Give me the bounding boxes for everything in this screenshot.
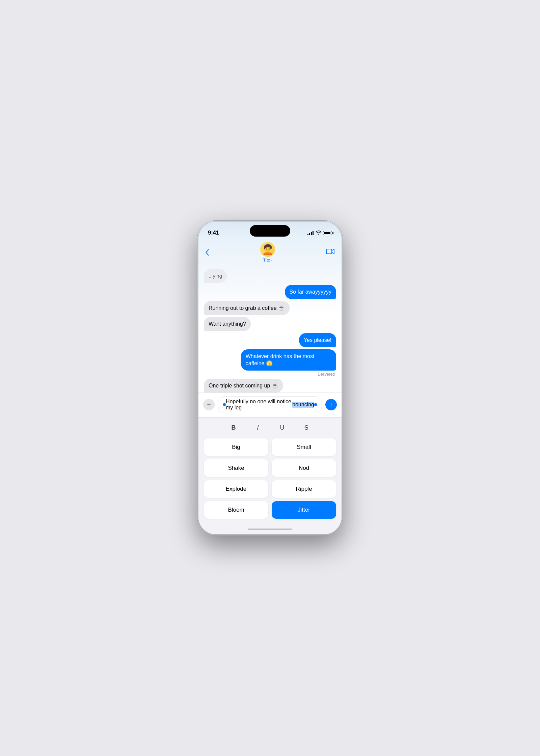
video-call-button[interactable] [326, 248, 335, 256]
home-indicator [198, 524, 342, 534]
selection-handle-start [223, 403, 226, 406]
dynamic-island [250, 225, 290, 237]
message-bubble: Want anything? [204, 317, 251, 331]
message-row: ...ying [204, 269, 336, 283]
nav-bar: 🧑‍🦱 Tito › [198, 239, 342, 266]
animation-shake-button[interactable]: Shake [204, 459, 268, 477]
animation-small-button[interactable]: Small [272, 438, 336, 456]
status-bar: 9:41 [198, 222, 342, 239]
animation-explode-button[interactable]: Explode [204, 480, 268, 498]
message-row: Whatever drink has the most caffeine 🫣 [204, 349, 336, 371]
animation-nod-button[interactable]: Nod [272, 459, 336, 477]
signal-icon [307, 231, 314, 235]
message-row: Running out to grab a coffee ☕ [204, 301, 336, 315]
message-bubble: Whatever drink has the most caffeine 🫣 [241, 349, 336, 371]
animation-grid: Big Small Shake Nod Explode Ripple [198, 436, 342, 524]
strikethrough-button[interactable]: S [300, 422, 313, 434]
message-bubble: So far awayyyyyy [285, 285, 336, 299]
nav-center[interactable]: 🧑‍🦱 Tito › [260, 242, 275, 263]
input-text-before: Hopefully no one will notice my leg [226, 399, 292, 411]
format-bar: B I U S [198, 417, 342, 436]
animation-jitter-button[interactable]: Jitter [272, 501, 336, 519]
animation-bloom-button[interactable]: Bloom [204, 501, 268, 519]
underline-button[interactable]: U [276, 422, 288, 434]
message-row: Want anything? [204, 317, 336, 331]
status-time: 9:41 [208, 230, 219, 236]
phone-frame: 9:41 [197, 221, 343, 535]
contact-name: Tito › [263, 258, 272, 263]
contact-name-chevron: › [271, 258, 272, 262]
message-row: One triple shot coming up ☕ [204, 379, 336, 393]
message-bubble: ...ying [204, 269, 227, 283]
message-bubble: Yes please! [299, 333, 336, 347]
svg-rect-0 [326, 249, 332, 254]
send-button[interactable]: ↑ [325, 399, 337, 410]
home-bar [248, 529, 292, 530]
status-icons [307, 230, 332, 236]
message-bubble: Running out to grab a coffee ☕ [204, 301, 290, 315]
avatar: 🧑‍🦱 [260, 242, 275, 257]
back-button[interactable] [205, 249, 209, 256]
message-row: Yes please! [204, 333, 336, 347]
battery-icon [323, 231, 332, 235]
chat-area: ...ying So far awayyyyyy Running out to … [198, 266, 342, 393]
message-row: So far awayyyyyy [204, 285, 336, 299]
selected-text: bouncing [292, 402, 314, 408]
input-area: + Hopefully no one will notice my leg bo… [198, 393, 342, 417]
selection-handle-end [314, 403, 317, 406]
delivered-label: Delivered [204, 372, 336, 377]
animation-big-button[interactable]: Big [204, 438, 268, 456]
message-input[interactable]: Hopefully no one will notice my leg boun… [218, 396, 322, 413]
animation-ripple-button[interactable]: Ripple [272, 480, 336, 498]
bold-button[interactable]: B [227, 422, 240, 434]
phone-screen: 9:41 [198, 222, 342, 534]
italic-button[interactable]: I [252, 422, 264, 434]
wifi-icon [316, 230, 321, 236]
message-bubble: One triple shot coming up ☕ [204, 379, 283, 393]
add-attachment-button[interactable]: + [203, 399, 215, 410]
